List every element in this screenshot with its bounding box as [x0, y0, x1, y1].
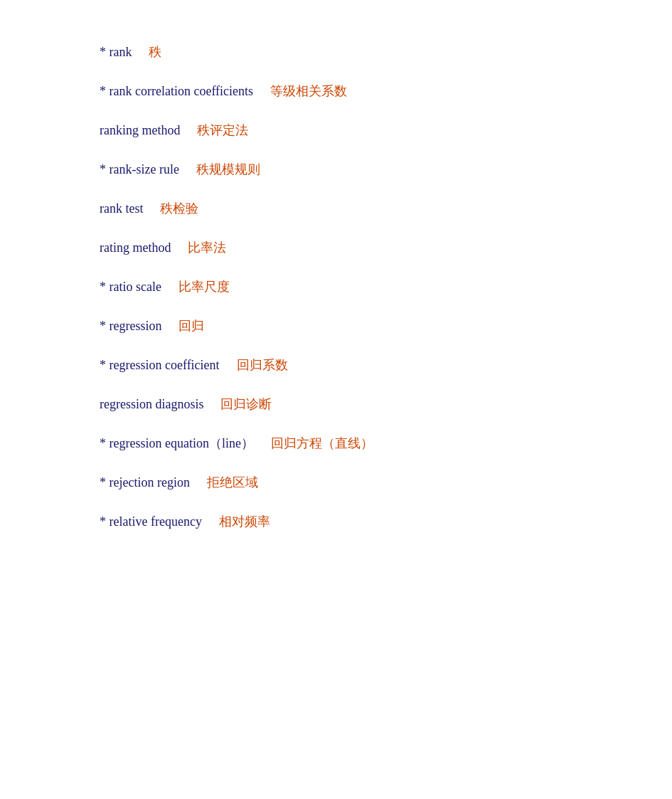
- entry-chinese: 秩: [149, 43, 161, 62]
- entry-english: * regression: [100, 317, 161, 336]
- list-item: * rejection region拒绝区域: [100, 473, 672, 492]
- list-item: * regression equation（line）回归方程（直线）: [100, 434, 672, 453]
- entry-chinese: 拒绝区域: [207, 473, 258, 492]
- entry-chinese: 秩规模规则: [196, 160, 260, 179]
- entry-english: * regression equation（line）: [100, 434, 254, 453]
- list-item: ranking method秩评定法: [100, 121, 672, 140]
- entry-chinese: 回归方程（直线）: [271, 434, 373, 453]
- list-item: * rank correlation coefficients等级相关系数: [100, 82, 672, 101]
- entry-english: * rank correlation coefficients: [100, 82, 253, 101]
- entry-chinese: 秩检验: [160, 199, 198, 218]
- entry-english: rating method: [100, 238, 171, 258]
- entry-chinese: 等级相关系数: [270, 82, 347, 101]
- list-item: * rank秩: [100, 43, 672, 62]
- main-content: * rank秩* rank correlation coefficients等级…: [0, 0, 672, 594]
- entry-chinese: 回归系数: [237, 356, 288, 375]
- entry-english: * rejection region: [100, 473, 190, 492]
- list-item: * rank-size rule秩规模规则: [100, 160, 672, 179]
- list-item: * regression回归: [100, 317, 672, 336]
- list-item: rank test秩检验: [100, 199, 672, 218]
- entry-english: rank test: [100, 199, 143, 218]
- entry-english: regression diagnosis: [100, 395, 203, 414]
- entry-chinese: 相对频率: [219, 512, 270, 531]
- entry-english: * regression coefficient: [100, 356, 220, 375]
- list-item: regression diagnosis回归诊断: [100, 395, 672, 414]
- list-item: * relative frequency相对频率: [100, 512, 672, 531]
- entry-english: ranking method: [100, 121, 180, 140]
- entry-english: * ratio scale: [100, 277, 161, 297]
- list-item: * ratio scale比率尺度: [100, 277, 672, 297]
- entry-english: * rank: [100, 43, 132, 62]
- entry-chinese: 回归诊断: [220, 395, 272, 414]
- entry-english: * rank-size rule: [100, 160, 179, 179]
- list-item: rating method比率法: [100, 238, 672, 258]
- entry-chinese: 秩评定法: [197, 121, 248, 140]
- entry-chinese: 比率尺度: [178, 277, 230, 297]
- list-item: * regression coefficient回归系数: [100, 356, 672, 375]
- entry-chinese: 比率法: [188, 238, 226, 258]
- entry-chinese: 回归: [178, 317, 204, 336]
- entry-english: * relative frequency: [100, 512, 202, 531]
